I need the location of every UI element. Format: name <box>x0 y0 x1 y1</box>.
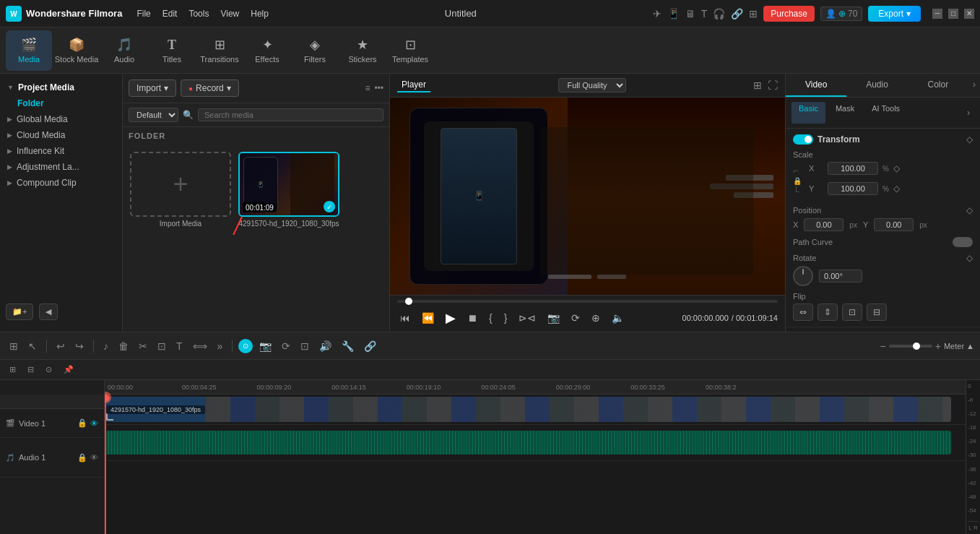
tl-delete-button[interactable]: 🗑 <box>115 338 132 354</box>
tl-ripple-delete[interactable]: ⊙ <box>42 363 56 376</box>
tl-select-button[interactable]: ⊞ <box>6 338 22 354</box>
tab-video[interactable]: Video <box>786 74 846 97</box>
rotate-keyframe[interactable]: ◇ <box>966 253 973 263</box>
tab-audio[interactable]: Audio <box>846 74 907 97</box>
lock-icon[interactable]: 🔒 <box>793 177 802 185</box>
path-curve-toggle[interactable] <box>953 237 973 247</box>
scale-x-keyframe[interactable]: ◇ <box>893 163 900 173</box>
purchase-button[interactable]: Purchase <box>763 6 815 22</box>
fullscreen-icon[interactable]: ⛶ <box>768 79 778 91</box>
tl-cut-button[interactable]: ✂ <box>135 338 151 354</box>
export-button[interactable]: Export ▾ <box>868 6 921 22</box>
zoom-out-button[interactable]: − <box>880 340 886 352</box>
tl-camera-button[interactable]: 📷 <box>256 338 275 354</box>
add-clip-button[interactable]: ⊕ <box>589 311 603 325</box>
scrubber-handle[interactable] <box>405 298 412 305</box>
scale-y-input[interactable] <box>828 182 878 195</box>
tl-add-audio-track[interactable]: ⊟ <box>24 363 38 376</box>
close-button[interactable]: ✕ <box>964 9 974 19</box>
sidebar-item-folder[interactable]: Folder <box>0 95 122 111</box>
menu-help[interactable]: Help <box>251 9 269 19</box>
subtab-basic[interactable]: Basic <box>792 102 825 124</box>
scale-x-input[interactable] <box>828 162 878 175</box>
preview-scrubber[interactable] <box>397 300 778 303</box>
tl-pointer-button[interactable]: ↖ <box>25 338 40 354</box>
sidebar-item-global-media[interactable]: ▶ Global Media <box>0 111 122 127</box>
tl-add-video-track[interactable]: ⊞ <box>6 363 19 376</box>
pos-x-input[interactable] <box>804 218 844 231</box>
tab-expand-arrow[interactable]: › <box>968 74 980 97</box>
rotate-dial[interactable] <box>793 266 813 286</box>
quality-select[interactable]: Full Quality <box>558 78 626 92</box>
stop-button[interactable]: ⏹ <box>464 311 480 325</box>
pos-y-input[interactable] <box>874 218 914 231</box>
zoom-slider[interactable] <box>889 345 932 348</box>
sidebar-item-cloud-media[interactable]: ▶ Cloud Media <box>0 127 122 143</box>
zoom-in-button[interactable]: + <box>935 340 941 352</box>
rotate-input[interactable] <box>819 270 862 283</box>
search-input[interactable] <box>198 108 383 121</box>
menu-tools[interactable]: Tools <box>188 9 209 19</box>
video-file-item[interactable]: 📱 ↓ ⓘ 00:01:09 ✓ 4291570-hd_1920_1080_30… <box>238 152 339 228</box>
tl-magnet-button[interactable]: 📌 <box>60 363 77 376</box>
flip-horizontal-button[interactable]: ⇔ <box>793 303 813 321</box>
record-button[interactable]: ● Record ▾ <box>181 79 239 97</box>
playhead[interactable] <box>105 395 106 534</box>
menu-file[interactable]: File <box>136 9 150 19</box>
flip-vertical-button[interactable]: ⇕ <box>818 303 838 321</box>
flip-option3-button[interactable]: ⊡ <box>842 303 862 321</box>
audio-clip[interactable] <box>105 431 951 455</box>
transform-toggle[interactable] <box>793 134 813 145</box>
add-folder-button[interactable]: 📁+ <box>6 303 33 320</box>
sidebar-item-influence-kit[interactable]: ▶ Influence Kit <box>0 143 122 159</box>
rotate-preview-button[interactable]: ⟳ <box>568 311 583 325</box>
toolbar-item-templates[interactable]: ⊡ Templates <box>387 30 433 71</box>
tl-audio-button[interactable]: ♪ <box>100 338 112 354</box>
audio-lock-icon[interactable]: 🔒 <box>77 453 87 462</box>
tl-loop-button[interactable]: ⟳ <box>278 338 294 354</box>
toolbar-item-transitions[interactable]: ⊞ Transitions <box>196 30 243 71</box>
tl-link-button[interactable]: 🔗 <box>360 338 380 354</box>
sidebar-item-compound-clip[interactable]: ▶ Compound Clip <box>0 175 122 191</box>
maximize-button[interactable]: □ <box>948 9 958 19</box>
toolbar-item-filters[interactable]: ◈ Filters <box>292 30 338 71</box>
import-media-thumb[interactable]: + <box>130 152 231 217</box>
tl-speed-button[interactable]: ⊙ <box>238 339 253 353</box>
scale-y-keyframe[interactable]: ◇ <box>893 184 900 194</box>
filter-icon[interactable]: ≡ <box>365 83 370 93</box>
import-button[interactable]: Import ▾ <box>129 79 176 97</box>
tl-mask-button[interactable]: ⊡ <box>297 338 313 354</box>
tab-player[interactable]: Player <box>397 78 430 92</box>
collapse-button[interactable]: ◀ <box>39 303 58 320</box>
toolbar-item-stickers[interactable]: ★ Stickers <box>339 30 386 71</box>
mark-out-button[interactable]: } <box>501 311 511 325</box>
toolbar-item-titles[interactable]: T Titles <box>149 30 195 71</box>
subtab-ai-tools[interactable]: AI Tools <box>864 102 907 124</box>
flip-option4-button[interactable]: ⊟ <box>867 303 887 321</box>
meter-label[interactable]: Meter ▲ <box>944 342 974 350</box>
position-keyframe[interactable]: ◇ <box>966 205 973 215</box>
sidebar-item-adjustment-layer[interactable]: ▶ Adjustment La... <box>0 159 122 175</box>
tl-text-button[interactable]: T <box>173 338 186 354</box>
volume-button[interactable]: 🔈 <box>609 311 627 325</box>
menu-view[interactable]: View <box>220 9 239 19</box>
tab-color[interactable]: Color <box>908 74 968 97</box>
prev-frame-button[interactable]: ⏮ <box>397 311 413 325</box>
video-eye-icon[interactable]: 👁 <box>90 419 98 428</box>
tl-undo-button[interactable]: ↩ <box>53 338 69 354</box>
view-select[interactable]: Default <box>129 108 178 122</box>
video-clip[interactable]: 4291570-hd_1920_1080_30fps <box>105 397 951 422</box>
tl-split-button[interactable]: ⟺ <box>189 338 211 354</box>
menu-edit[interactable]: Edit <box>162 9 178 19</box>
video-lock-icon[interactable]: 🔒 <box>77 418 87 428</box>
mark-in-button[interactable]: { <box>486 311 495 325</box>
import-media-item[interactable]: + Import Media <box>130 152 231 228</box>
toolbar-item-media[interactable]: 🎬 Media <box>6 30 52 71</box>
grid-view-icon[interactable]: ⊞ <box>753 79 762 91</box>
tl-crop-button[interactable]: ⊡ <box>154 338 170 354</box>
toolbar-item-audio[interactable]: 🎵 Audio <box>101 30 147 71</box>
tl-vol-button[interactable]: 🔊 <box>316 338 335 354</box>
audio-eye-icon[interactable]: 👁 <box>90 453 98 462</box>
tl-redo-button[interactable]: ↪ <box>71 338 87 354</box>
step-back-button[interactable]: ⏪ <box>419 311 437 325</box>
